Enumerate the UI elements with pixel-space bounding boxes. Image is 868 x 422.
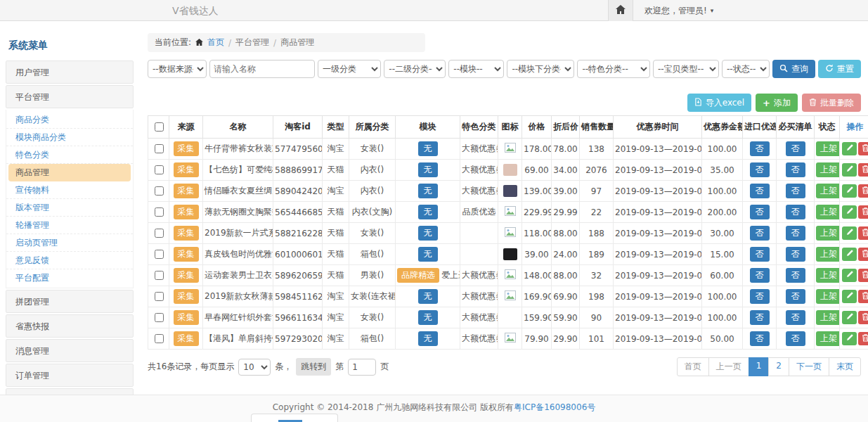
- edit-button[interactable]: [842, 184, 857, 198]
- edit-button[interactable]: [842, 311, 857, 324]
- edit-button[interactable]: [842, 332, 857, 345]
- row-checkbox[interactable]: [155, 186, 164, 196]
- sidebar-group-group-buy-management[interactable]: 拼团管理: [6, 290, 134, 313]
- reset-button[interactable]: 重置: [818, 60, 861, 78]
- status-badge[interactable]: 上架: [816, 205, 840, 219]
- import-select-toggle[interactable]: 否: [750, 162, 770, 177]
- delete-button[interactable]: [858, 226, 868, 240]
- sidebar-item-promo-materials[interactable]: 宣传物料: [6, 181, 133, 199]
- jump-page-input[interactable]: [348, 359, 376, 376]
- delete-button[interactable]: [858, 290, 868, 303]
- select-all-checkbox[interactable]: [155, 122, 164, 132]
- search-button[interactable]: 查询: [772, 60, 815, 78]
- module-none-badge[interactable]: 无: [418, 247, 438, 262]
- row-checkbox[interactable]: [155, 207, 164, 217]
- sidebar-item-platform-config[interactable]: 平台配置: [6, 269, 133, 286]
- status-badge[interactable]: 上架: [816, 247, 840, 262]
- sidebar-item-featured-category[interactable]: 特色分类: [6, 146, 133, 164]
- filter-select-featured-category[interactable]: --特色分类--: [577, 60, 649, 78]
- sidebar-item-carousel-management[interactable]: 轮播管理: [6, 217, 133, 234]
- filter-select-item-type[interactable]: --宝贝类型--: [653, 60, 719, 78]
- status-badge[interactable]: 上架: [816, 226, 840, 241]
- must-buy-toggle[interactable]: 否: [786, 184, 805, 198]
- home-button[interactable]: [608, 0, 633, 21]
- filter-select-status[interactable]: --状态--: [722, 60, 770, 78]
- sidebar-item-product-category[interactable]: 商品分类: [6, 111, 133, 129]
- delete-button[interactable]: [858, 269, 868, 282]
- import-select-toggle[interactable]: 否: [750, 205, 770, 219]
- breadcrumb-home-link[interactable]: 首页: [207, 37, 224, 49]
- module-none-badge[interactable]: 无: [418, 289, 438, 304]
- import-select-toggle[interactable]: 否: [750, 268, 770, 283]
- icp-link[interactable]: 粤ICP备16098006号: [514, 402, 595, 412]
- delete-button[interactable]: [858, 184, 868, 198]
- import-select-toggle[interactable]: 否: [750, 226, 770, 241]
- module-badge[interactable]: 品牌精选: [397, 268, 439, 283]
- must-buy-toggle[interactable]: 否: [786, 331, 805, 346]
- filter-select-data-source[interactable]: --数据来源--: [148, 60, 207, 78]
- import-select-toggle[interactable]: 否: [750, 184, 770, 198]
- edit-button[interactable]: [842, 205, 857, 219]
- sidebar-item-module-product-category[interactable]: 模块商品分类: [6, 129, 133, 146]
- sidebar-group-message-management[interactable]: 消息管理: [6, 339, 134, 362]
- row-checkbox[interactable]: [155, 165, 164, 174]
- module-none-badge[interactable]: 无: [418, 184, 438, 198]
- add-button[interactable]: + 添加: [756, 94, 798, 112]
- sidebar-group-savings-express[interactable]: 省惠快报: [6, 314, 134, 338]
- import-select-toggle[interactable]: 否: [750, 310, 770, 325]
- jump-button[interactable]: 跳转到: [296, 358, 331, 376]
- must-buy-toggle[interactable]: 否: [786, 205, 805, 219]
- edit-button[interactable]: [842, 226, 857, 240]
- sidebar-group-order-management[interactable]: 订单管理: [6, 364, 134, 387]
- batch-delete-button[interactable]: 批量删除: [802, 94, 861, 112]
- sidebar-group-platform-management[interactable]: 平台管理: [6, 85, 134, 108]
- status-badge[interactable]: 上架: [816, 331, 840, 346]
- row-checkbox[interactable]: [155, 229, 164, 238]
- row-checkbox[interactable]: [155, 250, 164, 259]
- module-none-badge[interactable]: 无: [418, 162, 438, 177]
- sidebar-item-splash-page-management[interactable]: 启动页管理: [6, 234, 133, 252]
- pager-prev-page[interactable]: 上一页: [708, 357, 749, 376]
- delete-button[interactable]: [858, 163, 868, 177]
- status-badge[interactable]: 上架: [816, 310, 840, 325]
- status-badge[interactable]: 上架: [816, 141, 840, 156]
- status-badge[interactable]: 上架: [816, 289, 840, 304]
- module-none-badge[interactable]: 无: [418, 205, 438, 219]
- import-excel-button[interactable]: 导入excel: [687, 94, 751, 112]
- delete-button[interactable]: [858, 205, 868, 219]
- status-badge[interactable]: 上架: [816, 268, 840, 283]
- must-buy-toggle[interactable]: 否: [786, 141, 805, 156]
- edit-button[interactable]: [842, 290, 857, 303]
- status-badge[interactable]: 上架: [816, 162, 840, 177]
- pager-next-page[interactable]: 下一页: [789, 357, 829, 376]
- filter-select-level2-category[interactable]: --二级分类--: [384, 60, 446, 78]
- must-buy-toggle[interactable]: 否: [786, 247, 805, 262]
- must-buy-toggle[interactable]: 否: [786, 226, 805, 241]
- must-buy-toggle[interactable]: 否: [786, 268, 805, 283]
- must-buy-toggle[interactable]: 否: [786, 162, 805, 177]
- module-none-badge[interactable]: 无: [418, 226, 438, 241]
- module-none-badge[interactable]: 无: [418, 141, 438, 156]
- must-buy-toggle[interactable]: 否: [786, 289, 805, 304]
- filter-input-name[interactable]: [209, 60, 315, 78]
- module-none-badge[interactable]: 无: [418, 310, 438, 325]
- import-select-toggle[interactable]: 否: [750, 289, 770, 304]
- row-checkbox[interactable]: [155, 144, 164, 153]
- edit-button[interactable]: [842, 142, 857, 155]
- pager-page-2[interactable]: 2: [768, 357, 789, 376]
- sidebar-item-product-management[interactable]: 商品管理: [8, 164, 131, 181]
- filter-select-module[interactable]: --模块--: [448, 60, 504, 78]
- edit-button[interactable]: [842, 163, 857, 177]
- row-checkbox[interactable]: [155, 292, 164, 301]
- pager-page-1[interactable]: 1: [749, 357, 770, 376]
- must-buy-toggle[interactable]: 否: [786, 310, 805, 325]
- import-select-toggle[interactable]: 否: [750, 331, 770, 346]
- row-checkbox[interactable]: [155, 271, 164, 280]
- delete-button[interactable]: [858, 248, 868, 261]
- delete-button[interactable]: [858, 142, 868, 155]
- pager-last-page[interactable]: 末页: [829, 357, 861, 376]
- module-none-badge[interactable]: 无: [418, 331, 438, 346]
- per-page-select[interactable]: 10: [238, 359, 271, 376]
- sidebar-group-user-management[interactable]: 用户管理: [6, 60, 134, 84]
- delete-button[interactable]: [858, 311, 868, 324]
